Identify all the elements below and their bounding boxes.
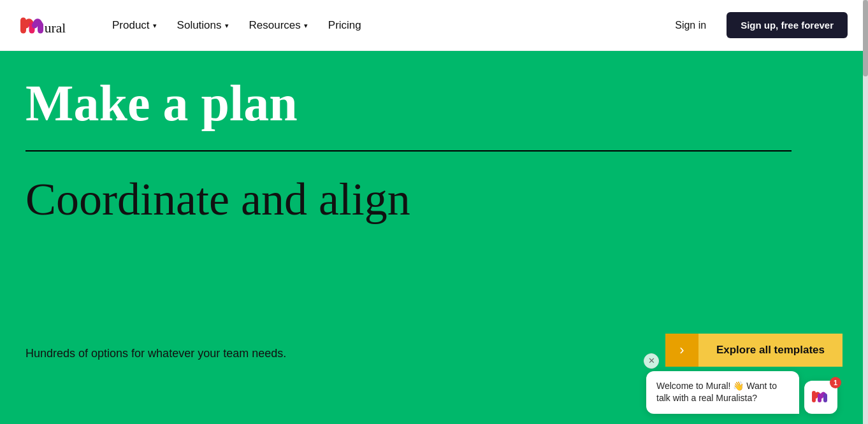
cta-arrow-button[interactable]: › bbox=[665, 334, 698, 367]
navbar: ural Product ▾ Solutions ▾ Resources ▾ P… bbox=[0, 0, 868, 51]
sign-in-button[interactable]: Sign in bbox=[665, 15, 716, 36]
solutions-chevron-icon: ▾ bbox=[225, 22, 229, 30]
chat-widget: ✕ Welcome to Mural! 👋 Want to talk with … bbox=[646, 371, 837, 414]
hero-section: Make a plan Coordinate and align Hundred… bbox=[0, 51, 868, 424]
nav-item-product[interactable]: Product ▾ bbox=[103, 14, 166, 37]
scrollbar-thumb[interactable] bbox=[863, 0, 868, 76]
nav-item-solutions[interactable]: Solutions ▾ bbox=[168, 14, 238, 37]
chat-message: Welcome to Mural! 👋 Want to talk with a … bbox=[656, 381, 777, 404]
nav-product-label: Product bbox=[112, 19, 150, 32]
nav-item-resources[interactable]: Resources ▾ bbox=[240, 14, 317, 37]
svg-text:ural: ural bbox=[45, 20, 66, 35]
nav-pricing-label: Pricing bbox=[328, 19, 361, 31]
nav-solutions-label: Solutions bbox=[177, 19, 222, 32]
chat-notification-badge: 1 bbox=[830, 377, 841, 388]
chat-close-button[interactable]: ✕ bbox=[644, 353, 659, 369]
scrollbar[interactable] bbox=[863, 0, 868, 424]
chat-avatar-button[interactable]: 1 bbox=[804, 381, 837, 414]
chat-mural-icon bbox=[811, 387, 831, 407]
resources-chevron-icon: ▾ bbox=[304, 22, 308, 30]
nav-item-pricing[interactable]: Pricing bbox=[319, 14, 370, 37]
hero-title: Make a plan bbox=[25, 76, 843, 130]
chat-bubble: ✕ Welcome to Mural! 👋 Want to talk with … bbox=[646, 371, 799, 414]
logo-link[interactable]: ural bbox=[20, 13, 78, 38]
sign-up-button[interactable]: Sign up, free forever bbox=[727, 12, 848, 38]
navbar-actions: Sign in Sign up, free forever bbox=[665, 12, 848, 38]
explore-templates-button[interactable]: Explore all templates bbox=[698, 334, 843, 367]
hero-subtitle: Coordinate and align bbox=[25, 174, 843, 225]
mural-logo: ural bbox=[20, 13, 78, 38]
main-nav: Product ▾ Solutions ▾ Resources ▾ Pricin… bbox=[103, 14, 665, 37]
hero-divider bbox=[25, 150, 792, 152]
product-chevron-icon: ▾ bbox=[153, 22, 157, 30]
nav-resources-label: Resources bbox=[249, 19, 301, 32]
svg-rect-6 bbox=[823, 393, 827, 402]
svg-rect-2 bbox=[38, 22, 43, 33]
hero-description: Hundreds of options for whatever your te… bbox=[25, 347, 286, 360]
cta-container: › Explore all templates bbox=[665, 334, 843, 367]
